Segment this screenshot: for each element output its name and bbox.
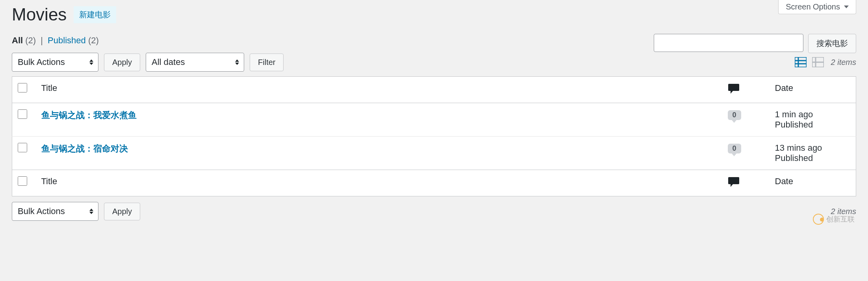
select-all-checkbox-top[interactable]: [18, 83, 27, 92]
comment-count-badge[interactable]: 0: [728, 110, 741, 120]
column-footer-date[interactable]: Date: [770, 170, 856, 196]
filter-published-label: Published: [48, 35, 86, 45]
comment-count-badge[interactable]: 0: [728, 144, 741, 153]
comments-icon: [728, 176, 740, 187]
view-list-button[interactable]: [793, 55, 808, 69]
screen-options-label: Screen Options: [786, 2, 840, 11]
filter-all-label: All: [12, 35, 23, 45]
search-button[interactable]: 搜索电影: [808, 34, 856, 53]
post-status: Published: [775, 153, 851, 163]
filter-all-link[interactable]: All (2): [12, 35, 38, 45]
bulk-actions-select[interactable]: Bulk Actions: [12, 53, 98, 72]
column-footer-title[interactable]: Title: [36, 170, 722, 196]
select-arrows-icon: [89, 59, 93, 65]
new-movie-button[interactable]: 新建电影: [74, 6, 116, 23]
select-all-checkbox-bottom[interactable]: [18, 176, 27, 186]
column-header-date[interactable]: Date: [770, 77, 856, 103]
post-title-link[interactable]: 鱼与锅之战：宿命对决: [41, 144, 128, 153]
filter-published-link[interactable]: Published (2): [48, 35, 99, 45]
table-row: 鱼与锅之战：我爱水煮鱼 0 1 min ago Published: [12, 103, 856, 137]
search-input[interactable]: [654, 34, 803, 52]
excerpt-view-icon: [812, 57, 824, 67]
screen-options-toggle[interactable]: Screen Options: [778, 0, 856, 14]
page-title: Movies: [12, 5, 67, 24]
watermark: 创新互联: [813, 214, 855, 225]
filter-published-count: (2): [88, 35, 99, 45]
select-arrows-icon: [89, 209, 93, 214]
watermark-text: 创新互联: [826, 214, 855, 224]
apply-button-bottom[interactable]: Apply: [104, 203, 140, 220]
row-checkbox[interactable]: [18, 109, 27, 119]
comments-icon: [728, 83, 740, 94]
post-title-link[interactable]: 鱼与锅之战：我爱水煮鱼: [41, 110, 137, 120]
items-count-top: 2 items: [831, 58, 856, 67]
svg-rect-0: [795, 57, 807, 67]
filter-all-count: (2): [25, 35, 36, 45]
filter-button[interactable]: Filter: [250, 54, 284, 71]
column-header-title[interactable]: Title: [36, 77, 722, 103]
table-row: 鱼与锅之战：宿命对决 0 13 mins ago Published: [12, 137, 856, 170]
caret-down-icon: [844, 6, 849, 8]
post-date-relative: 1 min ago: [775, 109, 851, 120]
post-status: Published: [775, 120, 851, 130]
view-excerpt-button[interactable]: [811, 55, 825, 69]
row-checkbox[interactable]: [18, 143, 27, 152]
apply-button-top[interactable]: Apply: [104, 54, 140, 71]
post-date-relative: 13 mins ago: [775, 143, 851, 153]
separator: |: [41, 35, 43, 45]
watermark-logo-icon: [813, 214, 824, 225]
date-filter-select[interactable]: All dates: [146, 53, 244, 72]
date-filter-value: All dates: [152, 57, 185, 67]
bulk-actions-select-bottom[interactable]: Bulk Actions: [12, 202, 98, 221]
bulk-actions-value-bottom: Bulk Actions: [18, 206, 65, 216]
list-view-icon: [795, 57, 807, 67]
bulk-actions-value: Bulk Actions: [18, 57, 65, 67]
select-arrows-icon: [235, 59, 239, 65]
